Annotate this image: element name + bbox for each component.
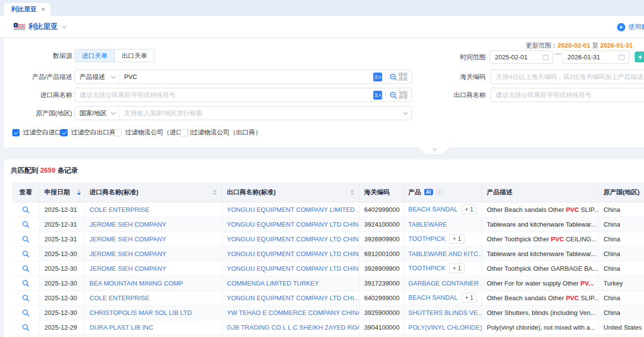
col-importer[interactable]: 进口商名称(标准) [84,182,222,202]
exporter-link[interactable]: COMMENDA LIMITED TURKEY [227,280,319,287]
view-detail-button[interactable] [22,206,29,213]
collapse-panel-handle[interactable] [418,147,450,154]
checkbox-icon[interactable] [180,129,188,136]
date-start-field[interactable] [489,51,553,64]
exporter-link[interactable]: YONGUU EQUIPMENT COMPANY LTD CHIN... [227,265,360,272]
product-tag-link[interactable]: SHUTTERS BLINDS VE... [409,309,482,316]
exporter-link[interactable]: YONGUU EQUIPMENT COMPANY LIMITED ... [227,206,360,213]
product-tag-link[interactable]: TABLEWARE [409,221,447,228]
exporter-input[interactable] [491,91,644,99]
product-tag-link[interactable]: TOOTHPICK [409,264,446,272]
toggle-import-manifest[interactable]: 进口关单 [75,50,114,62]
exporter-link[interactable]: YW TEHAO E COMMERCE COMPANY CHINA [227,309,360,316]
checkbox-filter-blank-importer[interactable]: 过滤空白进口商 [12,128,68,137]
importer-link[interactable]: JEROME SIEH COMPANY [90,265,167,272]
exporter-link[interactable]: YONGUU EQUIPMENT COMPANY LTD CHIN... [227,250,360,258]
view-detail-button[interactable] [22,324,29,331]
view-detail-button[interactable] [22,309,29,316]
highlighted-keyword: PV... [580,280,593,287]
tutorial-icon [617,23,625,31]
product-tag-link[interactable]: POLY(VINYL CHLORIDE) [409,324,482,331]
importer-link[interactable]: JEROME SIEH COMPANY [90,221,167,228]
checkbox-icon[interactable] [114,129,122,136]
country-selector[interactable]: 利比里亚 [28,22,65,31]
hs-code-input[interactable] [491,73,644,80]
checkbox-icon[interactable] [12,129,20,136]
magnifier-icon [22,294,29,302]
tab-liberia[interactable]: 利比里亚 × [4,3,51,16]
plus-one-badge[interactable]: + 1 [462,293,477,303]
toggle-export-manifest[interactable]: 出口关单 [114,50,154,62]
fuzzy-search-button[interactable]: 模糊搜索 [389,73,408,81]
importer-link[interactable]: CHRISTOPOLIS MAR SOL LIB LTD [90,309,192,316]
date-start-input[interactable] [495,53,540,61]
cell-origin: China [598,261,644,276]
importer-link[interactable]: JEROME SIEH COMPANY [90,250,167,258]
importer-link[interactable]: JEROME SIEH COMPANY [90,235,167,243]
importer-link[interactable]: BEA MOUNTAIN MINING COMP [90,280,183,287]
product-tag-link[interactable]: TOOTHPICK [409,235,446,242]
product-search-input[interactable] [119,73,373,80]
checkbox-icon[interactable] [60,129,68,136]
info-icon[interactable]: i [436,189,442,195]
view-detail-button[interactable] [22,265,29,272]
col-exporter[interactable]: 出口商名称(标准) [222,182,359,202]
sort-icon [77,189,81,196]
col-view: 查看 [12,182,39,202]
origin-search-input[interactable] [119,109,403,117]
date-end-field[interactable] [562,51,629,64]
calendar-icon [542,54,549,60]
exporter-link[interactable]: YONGUN EQUIPMENT COMPANY LTD CHI... [227,294,360,302]
col-declare-date[interactable]: 申报日期 [39,182,84,202]
view-detail-button[interactable] [22,221,29,228]
table-row: 2025-12-30 CHRISTOPOLIS MAR SOL LIB LTD … [12,305,644,320]
checkbox-filter-blank-exporter[interactable]: 过滤空白出口商 [60,128,116,137]
view-detail-button[interactable] [22,250,29,258]
cell-importer: COLE ENTERPRISE [84,202,222,217]
exporter-link[interactable]: GJB TRADING CO L L C SHEIKH ZAYED ROA... [227,324,360,331]
origin-label: 原产国(地区) [4,109,72,117]
plus-one-badge[interactable]: + 1 [462,205,477,214]
cell-hs-code: 3926909900 [359,261,403,276]
table-row: 2025-12-30 JEROME SIEH COMPANY YONGUU EQ… [12,261,644,276]
tab-close-icon[interactable]: × [41,6,45,13]
view-detail-button[interactable] [22,280,29,287]
col-hs-code: 海关编码 [359,182,403,202]
view-detail-button[interactable] [22,294,29,302]
checkbox-filter-logistics-exporter[interactable]: 过滤物流公司（出口商） [180,128,261,137]
cell-importer: JEROME SIEH COMPANY [84,261,222,276]
translate-icon[interactable]: 文A [373,73,382,81]
quick-date-button[interactable] [635,52,644,62]
search-minus-icon [389,73,397,81]
importer-link[interactable]: DURA PLAST LIB INC [90,324,154,331]
cell-importer: COLE ENTERPRISE [84,290,222,305]
cell-origin [598,335,644,337]
product-tag-link[interactable]: TABLEWARE AND KITC... [409,250,482,258]
results-summary: 共匹配到2659条记录 [11,166,78,175]
date-end-input[interactable] [567,53,616,61]
cell-hs-code: 6912001000 [359,246,403,261]
product-tag-link[interactable]: BEACH SANDAL [409,206,458,213]
plus-one-badge[interactable]: + 1 [449,263,464,273]
importer-link[interactable]: COLE ENTERPRISE [90,294,150,302]
cell-product-desc: Tableware and kitchenware Tablewar... [482,217,598,232]
table-row: 2025-12-29 DURA PLAST LIB INC GJB TRADIN… [12,320,644,335]
product-tag-link[interactable]: BEACH SANDAL [409,294,458,301]
smart-search-button[interactable]: 智能搜索 [389,91,408,100]
importer-link[interactable]: COLE ENTERPRISE [90,206,150,213]
cell-exporter: YONGUN EQUIPMENT COMPANY LTD CHI... [222,290,359,305]
importer-search-input[interactable] [75,91,373,99]
plus-one-badge[interactable]: + 1 [449,234,464,244]
highlighted-keyword: PVC [566,294,579,302]
update-range-from: 2020-02-01 [558,42,591,49]
origin-field-select[interactable]: 国家/地区 [75,106,119,120]
view-detail-button[interactable] [22,235,29,243]
exporter-link[interactable]: YONGUU EQUIPMENT COMPANY LTD CHIN... [227,235,360,243]
help-tutorial-link[interactable]: 使用教程 [617,23,644,31]
product-field-select[interactable]: 产品描述 [75,70,119,83]
cell-declare-date: 2025-12-30 [39,290,84,305]
product-tag-link[interactable]: GARBAGE CONTAINER [409,280,479,287]
translate-icon[interactable]: 文A [373,91,382,100]
exporter-link[interactable]: YONGUU EQUIPMENT COMPANY LTD CHIN... [227,221,360,228]
cell-origin: United States [598,320,644,335]
